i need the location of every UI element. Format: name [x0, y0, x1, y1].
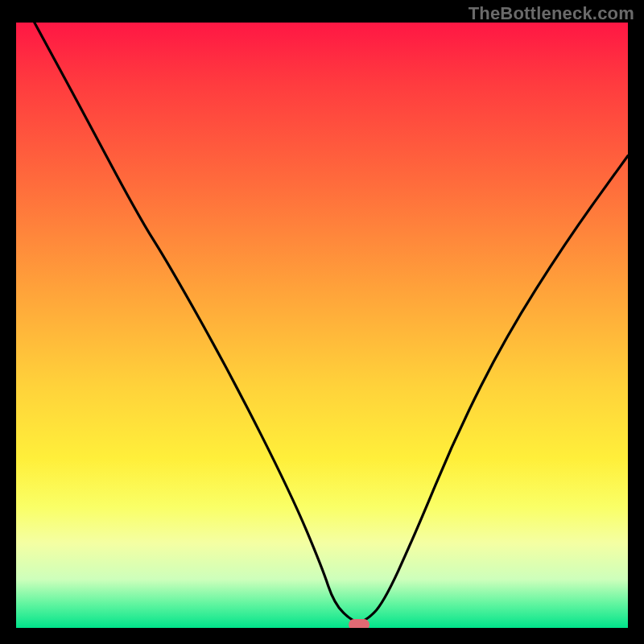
curve-svg: [16, 23, 628, 628]
optimum-marker: [349, 619, 369, 628]
plot-area: [16, 23, 628, 628]
chart-frame: TheBottleneck.com: [0, 0, 644, 644]
bottleneck-curve: [35, 23, 628, 622]
watermark-text: TheBottleneck.com: [469, 3, 634, 24]
